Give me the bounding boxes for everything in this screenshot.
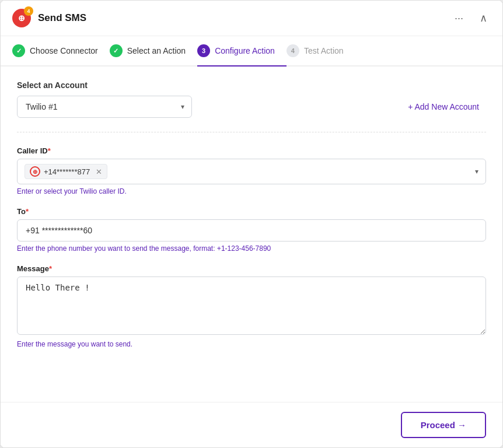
step-icon-configure-action: 3 — [197, 44, 210, 57]
message-field-label: Message* — [17, 264, 486, 273]
caller-id-hint: Enter or select your Twilio caller ID. — [17, 187, 486, 195]
step-icon-choose-connector: ✓ — [12, 44, 25, 57]
account-dropdown-chevron: ▾ — [181, 103, 184, 111]
message-required: * — [49, 264, 52, 273]
footer: Proceed → — [1, 402, 502, 447]
step-label-select-action: Select an Action — [127, 46, 186, 55]
account-dropdown[interactable]: Twilio #1 ▾ — [17, 96, 192, 118]
more-button[interactable]: ··· — [451, 11, 467, 26]
account-selected-value: Twilio #1 — [18, 96, 191, 117]
step-choose-connector[interactable]: ✓ Choose Connector — [12, 36, 110, 65]
window-title: Send SMS — [38, 12, 451, 24]
to-input[interactable] — [17, 219, 486, 242]
caller-id-field[interactable]: ⊕ +14*******877 ✕ ▾ — [17, 159, 486, 184]
add-account-button[interactable]: + Add New Account — [401, 97, 486, 116]
caller-id-label: Caller ID* — [17, 146, 486, 155]
caller-id-tag: ⊕ +14*******877 ✕ — [25, 164, 107, 179]
caller-id-group: Caller ID* ⊕ +14*******877 ✕ ▾ Enter or … — [17, 146, 486, 195]
titlebar: ⊕ 4 Send SMS ··· ∧ — [1, 1, 502, 36]
steps-bar: ✓ Choose Connector ✓ Select an Action 3 … — [1, 36, 502, 66]
proceed-button[interactable]: Proceed → — [401, 412, 486, 438]
caller-id-required: * — [48, 146, 51, 155]
message-field-group: Message* Enter the message you want to s… — [17, 264, 486, 348]
app-icon: ⊕ 4 — [12, 9, 31, 27]
caller-id-value: +14*******877 — [44, 167, 90, 176]
to-field-group: To* Enter the phone number you want to s… — [17, 207, 486, 253]
account-section-label: Select an Account — [17, 80, 486, 90]
main-window: ⊕ 4 Send SMS ··· ∧ ✓ Choose Connector ✓ … — [0, 0, 503, 448]
step-configure-action[interactable]: 3 Configure Action — [197, 36, 287, 66]
message-textarea[interactable] — [17, 276, 486, 335]
titlebar-actions: ··· ∧ — [451, 10, 491, 26]
proceed-label: Proceed → — [421, 420, 466, 430]
main-content: Select an Account Twilio #1 ▾ + Add New … — [1, 66, 502, 402]
account-select-wrapper: Twilio #1 ▾ — [17, 96, 192, 118]
caller-id-tag-icon: ⊕ — [30, 166, 40, 177]
remove-caller-id-button[interactable]: ✕ — [93, 168, 102, 176]
add-account-label: + Add New Account — [408, 102, 479, 111]
step-label-test-action: Test Action — [304, 46, 344, 55]
step-icon-test-action: 4 — [287, 44, 299, 57]
notification-badge: 4 — [24, 6, 33, 16]
step-label-configure-action: Configure Action — [215, 46, 275, 55]
step-test-action[interactable]: 4 Test Action — [287, 36, 355, 65]
caller-id-dropdown-arrow: ▾ — [475, 167, 478, 176]
close-button[interactable]: ∧ — [476, 10, 491, 26]
to-field-label: To* — [17, 207, 486, 216]
step-icon-select-action: ✓ — [110, 44, 123, 57]
step-label-choose-connector: Choose Connector — [30, 46, 98, 55]
to-required: * — [26, 207, 29, 216]
app-icon-text: ⊕ — [18, 13, 25, 23]
account-row: Twilio #1 ▾ + Add New Account — [17, 96, 486, 132]
step-select-action[interactable]: ✓ Select an Action — [110, 36, 197, 65]
message-field-hint: Enter the message you want to send. — [17, 340, 486, 348]
to-field-hint: Enter the phone number you want to send … — [17, 244, 486, 253]
